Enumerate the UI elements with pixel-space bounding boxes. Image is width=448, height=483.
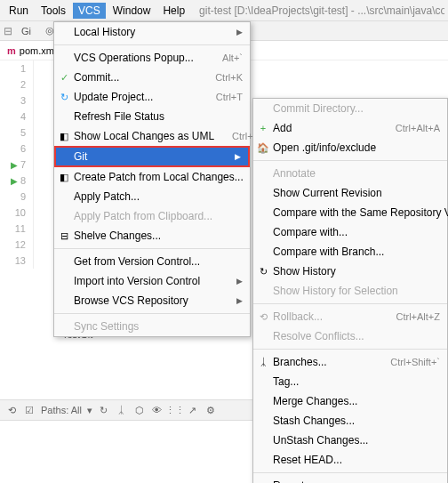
line-number: ▶ 8 [0,173,26,189]
chevron-right-icon: ▶ [236,28,243,36]
vcs-menu: Local History▶ VCS Operations Popup...Al… [53,21,251,337]
gutter: 1 2 3 4 5 6 ▶ 7 ▶ 8 9 10 11 12 13 [0,60,34,269]
run-icon[interactable]: ▶ [11,160,18,170]
chevron-right-icon: ▶ [236,296,243,305]
settings-icon[interactable]: ⚙ [204,404,217,416]
menu-window[interactable]: Window [108,3,156,19]
menu-separator [54,313,250,314]
eye-icon[interactable]: 👁 [151,404,164,416]
menu-sync: Sync Settings [54,317,250,336]
arrow-icon[interactable]: ↗ [187,404,199,416]
menu-merge[interactable]: Merge Changes... [253,391,447,411]
menu-separator [253,303,447,304]
menu-tools[interactable]: Tools [36,3,71,19]
patch-icon: ◧ [58,171,70,183]
refresh-icon[interactable]: ↻ [98,404,110,416]
menu-separator [54,248,250,249]
menu-import[interactable]: Import into Version Control▶ [54,271,250,291]
menu-apply-clip: Apply Patch from Clipboard... [54,206,250,226]
update-icon: ↻ [58,91,70,103]
menu-resolve: Resolve Conflicts... [253,326,447,346]
menubar: Run Tools VCS Window Help git-test [D:\I… [0,0,448,21]
line-number: 11 [0,221,26,237]
line-number: ▶ 7 [0,157,26,173]
run-icon[interactable]: ▶ [11,176,18,186]
menu-show-hist-sel: Show History for Selection [253,281,447,301]
menu-separator [253,349,447,350]
dropdown-icon[interactable]: ▾ [87,405,92,416]
menu-separator [253,160,447,161]
cherry-icon[interactable]: ⬡ [133,404,146,416]
file-icon: 🏠 [257,141,269,154]
menu-add[interactable]: +AddCtrl+Alt+A [253,118,447,138]
menu-compare-branch[interactable]: Compare with Branch... [253,242,447,262]
line-number: 10 [0,205,26,221]
menu-stash[interactable]: Stash Changes... [253,411,447,431]
chevron-right-icon: ▶ [236,277,243,286]
more-icon[interactable]: ⋮⋮ [169,404,181,416]
history-icon: ↻ [257,265,269,278]
line-number: 4 [0,109,26,125]
menu-vcs-ops[interactable]: VCS Operations Popup...Alt+` [54,48,250,68]
window-title: git-test [D:\IdeaProjects\git-test] - ..… [199,4,444,17]
menu-commit[interactable]: ✓Commit...Ctrl+K [54,68,250,87]
menu-update[interactable]: ↻Update Project...Ctrl+T [54,87,250,107]
menu-refresh[interactable]: Refresh File Status [54,107,250,126]
line-number: 13 [0,253,26,269]
menu-compare-same[interactable]: Compare with the Same Repository Version [253,203,447,222]
menu-annotate: Annotate [253,164,447,183]
shelve-icon: ⊟ [58,229,70,242]
rollback-icon: ⟲ [257,310,269,323]
menu-open-exclude[interactable]: 🏠Open .git/info/exclude [253,138,447,157]
menu-vcs[interactable]: VCS [73,3,106,19]
branch-icon: ᛣ [257,356,269,368]
menu-remotes[interactable]: Remotes... [253,476,447,483]
menu-git[interactable]: Git▶ [54,146,250,167]
menu-compare-with[interactable]: Compare with... [253,222,447,242]
menu-branches[interactable]: ᛣBranches...Ctrl+Shift+` [253,352,447,372]
line-number: 6 [0,141,26,157]
menu-create-patch[interactable]: ◧Create Patch from Local Changes... [54,167,250,187]
menu-apply-patch[interactable]: Apply Patch... [54,187,250,206]
menu-separator [54,44,250,45]
menu-run[interactable]: Run [4,3,34,19]
menu-commit-dir: Commit Directory... [253,99,447,118]
branch-icon[interactable]: ᛣ [116,404,128,416]
menu-tag[interactable]: Tag... [253,372,447,391]
uml-icon: ◧ [58,130,70,142]
menu-reset[interactable]: Reset HEAD... [253,450,447,470]
menu-shelve[interactable]: ⊟Shelve Changes... [54,226,250,246]
menu-show-rev[interactable]: Show Current Revision [253,183,447,203]
collapse-icon[interactable]: ⊟ [4,25,12,37]
menu-show-local[interactable]: ◧Show Local Changes as UMLCtrl+Alt+Shift… [54,126,250,146]
tab-gi[interactable]: Gi [16,24,36,38]
menu-unstash[interactable]: UnStash Changes... [253,431,447,450]
line-number: 1 [0,60,26,76]
check-icon[interactable]: ☑ [23,404,36,416]
line-number: 9 [0,189,26,205]
commit-icon: ✓ [58,71,70,84]
line-number: 12 [0,237,26,253]
menu-get-from[interactable]: Get from Version Control... [54,252,250,271]
paths-label[interactable]: Paths: All [41,405,82,415]
menu-local-history[interactable]: Local History▶ [54,22,250,42]
menu-rollback: ⟲Rollback...Ctrl+Alt+Z [253,307,447,326]
menu-show-hist[interactable]: ↻Show History [253,262,447,281]
line-number: 2 [0,76,26,93]
add-icon: + [257,122,269,134]
menu-separator [253,472,447,473]
line-number: 3 [0,93,26,109]
chevron-right-icon: ▶ [235,152,241,161]
menu-help[interactable]: Help [157,3,190,19]
git-submenu: Commit Directory... +AddCtrl+Alt+A 🏠Open… [252,98,448,483]
menu-browse[interactable]: Browse VCS Repository▶ [54,291,250,310]
history-icon[interactable]: ⟲ [5,404,18,416]
line-number: 5 [0,125,26,141]
